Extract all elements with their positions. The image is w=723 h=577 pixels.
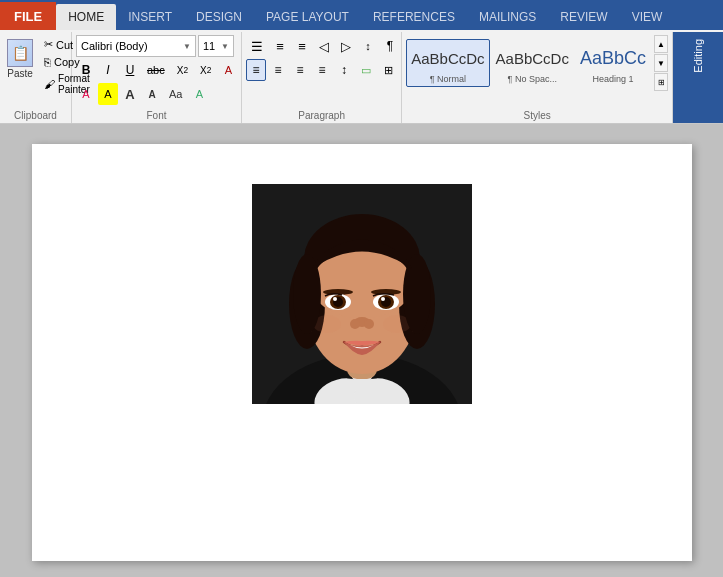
font-row1: Calibri (Body) ▼ 11 ▼ xyxy=(76,35,234,57)
style-normal-preview: AaBbCcDc xyxy=(411,42,484,74)
design-tab[interactable]: DESIGN xyxy=(184,4,254,30)
svg-point-16 xyxy=(333,297,337,301)
svg-point-20 xyxy=(381,297,385,301)
paragraph-label: Paragraph xyxy=(242,110,401,121)
shading-button[interactable]: ▭ xyxy=(356,59,376,81)
style-heading1-preview: AaBbCc xyxy=(580,42,646,74)
styles-more[interactable]: ⊞ xyxy=(654,73,668,91)
document-area xyxy=(0,124,723,577)
clipboard-label: Clipboard xyxy=(0,110,71,121)
style-nospace-preview: AaBbCcDc xyxy=(496,42,569,74)
para-row2: ≡ ≡ ≡ ≡ ↕ ▭ ⊞ xyxy=(246,59,398,81)
photo-container xyxy=(252,184,472,404)
align-left-button[interactable]: ≡ xyxy=(246,59,266,81)
svg-point-29 xyxy=(403,254,431,334)
style-normal-label: ¶ Normal xyxy=(430,74,466,84)
highlight-button[interactable]: A xyxy=(98,83,118,105)
svg-point-23 xyxy=(364,319,374,329)
bold-button[interactable]: B xyxy=(76,59,96,81)
font-size-large-button[interactable]: A xyxy=(120,83,140,105)
copy-icon: ⎘ xyxy=(44,56,51,68)
review-tab[interactable]: REVIEW xyxy=(548,4,619,30)
multilevel-list-button[interactable]: ≡ xyxy=(292,35,312,57)
styles-gallery: AaBbCcDc ¶ Normal AaBbCcDc ¶ No Spac... … xyxy=(406,35,668,91)
text-effects-button[interactable]: A xyxy=(189,83,209,105)
style-heading1-label: Heading 1 xyxy=(592,74,633,84)
font-color-button[interactable]: A xyxy=(76,83,96,105)
references-tab[interactable]: REFERENCES xyxy=(361,4,467,30)
cut-icon: ✂ xyxy=(44,38,53,51)
editing-label: Editing xyxy=(692,39,704,73)
toolbar: 📋 Paste ✂ Cut ⎘ Copy 🖌 Format Painter Cl… xyxy=(0,30,723,124)
subscript-button[interactable]: X2 xyxy=(172,59,193,81)
bullets-button[interactable]: ☰ xyxy=(246,35,268,57)
clear-format-button[interactable]: A xyxy=(218,59,238,81)
justify-button[interactable]: ≡ xyxy=(312,59,332,81)
case-button[interactable]: Aa xyxy=(164,83,187,105)
size-dropdown-chevron: ▼ xyxy=(221,42,229,51)
clipboard-section: 📋 Paste ✂ Cut ⎘ Copy 🖌 Format Painter Cl… xyxy=(0,32,72,123)
line-spacing-button[interactable]: ↕ xyxy=(334,59,354,81)
file-tab[interactable]: FILE xyxy=(0,2,56,30)
decrease-indent-button[interactable]: ◁ xyxy=(314,35,334,57)
font-size-dropdown[interactable]: 11 ▼ xyxy=(198,35,234,57)
paste-label: Paste xyxy=(7,68,33,79)
editing-section: Editing xyxy=(673,32,723,123)
align-right-button[interactable]: ≡ xyxy=(290,59,310,81)
styles-scroll: ▲ ▼ ⊞ xyxy=(654,35,668,91)
superscript-button[interactable]: X2 xyxy=(195,59,216,81)
portrait-image xyxy=(252,184,472,404)
style-heading1[interactable]: AaBbCc Heading 1 xyxy=(575,39,651,87)
align-center-button[interactable]: ≡ xyxy=(268,59,288,81)
style-nospace[interactable]: AaBbCcDc ¶ No Spac... xyxy=(491,39,574,87)
increase-indent-button[interactable]: ▷ xyxy=(336,35,356,57)
font-size-small-button[interactable]: A xyxy=(142,83,162,105)
insert-tab[interactable]: INSERT xyxy=(116,4,184,30)
styles-section: AaBbCcDc ¶ Normal AaBbCcDc ¶ No Spac... … xyxy=(402,32,673,123)
document-page[interactable] xyxy=(32,144,692,561)
view-tab[interactable]: VIEW xyxy=(620,4,675,30)
font-section: Calibri (Body) ▼ 11 ▼ B I U abc X2 X2 A … xyxy=(72,32,242,123)
font-row2: B I U abc X2 X2 A xyxy=(76,59,238,81)
styles-scroll-up[interactable]: ▲ xyxy=(654,35,668,53)
mailings-tab[interactable]: MAILINGS xyxy=(467,4,548,30)
sort-button[interactable]: ↕ xyxy=(358,35,378,57)
paste-icon: 📋 xyxy=(7,39,33,67)
show-hide-button[interactable]: ¶ xyxy=(380,35,400,57)
strikethrough-button[interactable]: abc xyxy=(142,59,170,81)
style-nospace-label: ¶ No Spac... xyxy=(508,74,557,84)
styles-label: Styles xyxy=(402,110,672,121)
paragraph-section: ☰ ≡ ≡ ◁ ▷ ↕ ¶ ≡ ≡ ≡ ≡ ↕ ▭ ⊞ Paragraph xyxy=(242,32,402,123)
style-normal[interactable]: AaBbCcDc ¶ Normal xyxy=(406,39,489,87)
font-row3: A A A A Aa A xyxy=(76,83,209,105)
italic-button[interactable]: I xyxy=(98,59,118,81)
svg-point-22 xyxy=(350,319,360,329)
font-dropdown-chevron: ▼ xyxy=(183,42,191,51)
paste-button[interactable]: 📋 Paste xyxy=(2,36,38,82)
font-label: Font xyxy=(72,110,241,121)
styles-scroll-down[interactable]: ▼ xyxy=(654,54,668,72)
page-layout-tab[interactable]: PAGE LAYOUT xyxy=(254,4,361,30)
format-painter-icon: 🖌 xyxy=(44,78,55,90)
home-tab[interactable]: HOME xyxy=(56,4,116,30)
numbering-button[interactable]: ≡ xyxy=(270,35,290,57)
tab-bar: FILE HOME INSERT DESIGN PAGE LAYOUT REFE… xyxy=(0,0,723,30)
svg-point-28 xyxy=(293,254,321,334)
borders-button[interactable]: ⊞ xyxy=(378,59,398,81)
para-row1: ☰ ≡ ≡ ◁ ▷ ↕ ¶ xyxy=(246,35,400,57)
underline-button[interactable]: U xyxy=(120,59,140,81)
font-family-dropdown[interactable]: Calibri (Body) ▼ xyxy=(76,35,196,57)
